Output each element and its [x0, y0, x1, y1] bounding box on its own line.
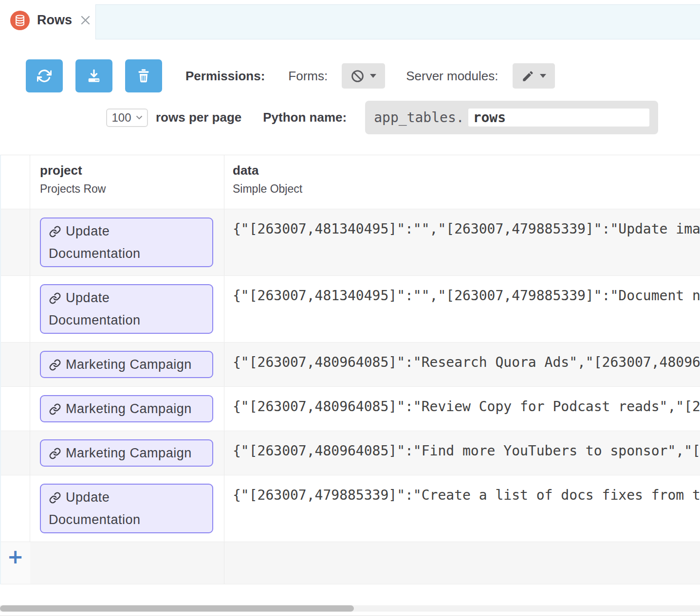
link-icon [49, 359, 61, 371]
add-row-gutter: + [1, 542, 30, 584]
row-handle[interactable] [1, 209, 30, 275]
project-chip-label: Update Documentation [49, 290, 141, 327]
pencil-icon [521, 70, 534, 83]
column-name: data [233, 155, 700, 179]
new-row-data-cell[interactable] [224, 542, 700, 584]
horizontal-scrollbar-thumb[interactable] [0, 605, 354, 612]
table-row: Marketing Campaign {"[263007,480964085]"… [1, 387, 700, 431]
data-cell[interactable]: {"[263007,479885339]":"Create a list of … [224, 475, 700, 542]
linked-row-chip[interactable]: Update Documentation [40, 217, 213, 267]
project-cell[interactable]: Update Documentation [30, 276, 224, 342]
data-cell-text: {"[263007,479885339]":"Create a list of … [233, 487, 700, 504]
add-row: + [1, 542, 700, 584]
tab-strip-background [95, 4, 700, 39]
link-icon [49, 447, 61, 460]
table-body: Update Documentation {"[263007,481340495… [1, 209, 700, 584]
trash-icon [137, 69, 150, 83]
data-table: project Projects Row data Simple Object … [0, 155, 700, 584]
column-type: Simple Object [233, 181, 700, 209]
project-cell[interactable]: Update Documentation [30, 475, 224, 542]
data-cell-text: {"[263007,480964085]":"Review Copy for P… [233, 399, 700, 415]
table-row: Update Documentation {"[263007,479885339… [1, 475, 700, 542]
table-row: Marketing Campaign {"[263007,480964085]"… [1, 431, 700, 475]
project-cell[interactable]: Marketing Campaign [30, 343, 224, 386]
project-chip-label: Marketing Campaign [66, 357, 192, 372]
python-name-box: app_tables. [365, 101, 658, 134]
linked-row-chip[interactable]: Update Documentation [40, 284, 213, 334]
rows-per-page-label: rows per page [156, 110, 241, 125]
link-icon [49, 225, 61, 238]
close-icon[interactable] [80, 15, 91, 25]
python-name-input[interactable] [468, 109, 650, 127]
column-header-data[interactable]: data Simple Object [224, 155, 700, 209]
row-handle[interactable] [1, 387, 30, 431]
linked-row-chip[interactable]: Marketing Campaign [40, 351, 213, 378]
header-gutter-cell [1, 155, 30, 209]
row-handle[interactable] [1, 276, 30, 342]
data-cell-text: {"[263007,481340495]":"","[263007,479885… [233, 288, 700, 304]
python-name-prefix: app_tables. [374, 109, 464, 126]
project-cell[interactable]: Marketing Campaign [30, 431, 224, 475]
chevron-down-icon [136, 115, 143, 120]
data-cell-text: {"[263007,481340495]":"","[263007,479885… [233, 221, 700, 237]
database-icon [10, 11, 30, 30]
permissions-label: Permissions: [185, 69, 265, 84]
download-button[interactable] [75, 59, 112, 92]
table-row: Marketing Campaign {"[263007,480964085]"… [1, 343, 700, 387]
python-name-label: Python name: [263, 110, 347, 125]
delete-button[interactable] [125, 59, 162, 92]
table-row: Update Documentation {"[263007,481340495… [1, 276, 700, 343]
server-modules-label: Server modules: [406, 69, 498, 84]
data-cell[interactable]: {"[263007,481340495]":"","[263007,479885… [224, 276, 700, 342]
forms-permission-dropdown[interactable] [342, 63, 385, 89]
table-row: Update Documentation {"[263007,481340495… [1, 209, 700, 276]
refresh-button[interactable] [26, 59, 63, 92]
row-handle[interactable] [1, 343, 30, 386]
link-icon [49, 403, 61, 416]
data-cell[interactable]: {"[263007,481340495]":"","[263007,479885… [224, 209, 700, 275]
data-cell-text: {"[263007,480964085]":"Research Quora Ad… [233, 354, 700, 371]
table-header-row: project Projects Row data Simple Object [1, 155, 700, 209]
caret-down-icon [540, 74, 546, 78]
linked-row-chip[interactable]: Update Documentation [40, 484, 213, 533]
project-cell[interactable]: Marketing Campaign [30, 387, 224, 431]
data-cell-text: {"[263007,480964085]":"Find more YouTube… [233, 443, 700, 459]
project-cell[interactable]: Update Documentation [30, 209, 224, 275]
column-name: project [40, 155, 214, 179]
tab-bar: Rows [0, 0, 700, 40]
link-icon [49, 491, 61, 504]
row-handle[interactable] [1, 431, 30, 475]
row-handle[interactable] [1, 475, 30, 542]
caret-down-icon [370, 74, 376, 78]
horizontal-scrollbar-track[interactable] [0, 605, 700, 612]
tab-rows[interactable]: Rows [0, 0, 95, 40]
project-chip-label: Marketing Campaign [66, 446, 192, 460]
project-chip-label: Update Documentation [49, 224, 141, 261]
download-icon [87, 69, 101, 83]
rows-per-page-value: 100 [111, 111, 131, 125]
linked-row-chip[interactable]: Marketing Campaign [40, 395, 213, 422]
linked-row-chip[interactable]: Marketing Campaign [40, 439, 213, 467]
column-header-project[interactable]: project Projects Row [30, 155, 224, 209]
new-row-project-cell[interactable] [30, 542, 224, 584]
add-row-button[interactable]: + [7, 542, 24, 571]
data-cell[interactable]: {"[263007,480964085]":"Find more YouTube… [224, 431, 700, 475]
data-cell[interactable]: {"[263007,480964085]":"Research Quora Ad… [224, 343, 700, 386]
project-chip-label: Marketing Campaign [66, 401, 192, 416]
server-modules-permission-dropdown[interactable] [513, 63, 555, 89]
rows-per-page-select[interactable]: 100 [106, 109, 148, 127]
project-chip-label: Update Documentation [49, 490, 141, 527]
column-type: Projects Row [40, 181, 214, 209]
table-toolbar: Permissions: Forms: Server modules: 100 [0, 40, 700, 155]
tab-title: Rows [37, 13, 72, 28]
link-icon [49, 292, 61, 305]
refresh-icon [37, 69, 52, 83]
block-icon [350, 69, 365, 83]
data-cell[interactable]: {"[263007,480964085]":"Review Copy for P… [224, 387, 700, 431]
forms-label: Forms: [288, 69, 328, 84]
